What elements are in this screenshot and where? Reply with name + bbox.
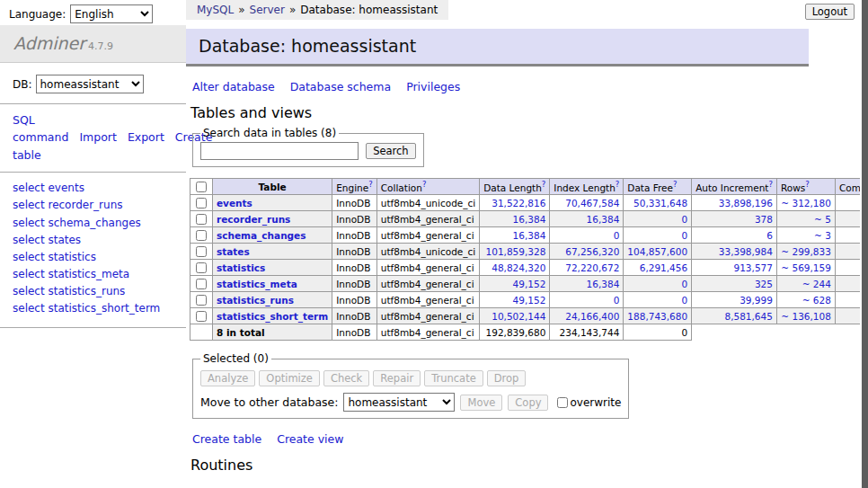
- search-input[interactable]: [200, 142, 359, 160]
- create-link-create-table[interactable]: Create table: [192, 432, 261, 446]
- db-nav-link-database-schema[interactable]: Database schema: [290, 80, 391, 93]
- selected-action-repair-button[interactable]: Repair: [373, 370, 421, 386]
- rows-link[interactable]: ~ 136,108: [781, 311, 831, 322]
- db-nav-link-privileges[interactable]: Privileges: [406, 80, 460, 93]
- row-select-schema-changes-checkbox[interactable]: [196, 230, 207, 241]
- db-select[interactable]: homeassistant: [36, 75, 144, 93]
- auto-increment-link[interactable]: 913,577: [734, 262, 773, 273]
- selected-action-check-button[interactable]: Check: [323, 370, 369, 386]
- data-free-link[interactable]: 0: [681, 295, 687, 306]
- row-select-statistics-checkbox[interactable]: [196, 262, 207, 273]
- row-select-statistics-short-term-checkbox[interactable]: [196, 311, 207, 322]
- move-button[interactable]: Move: [460, 395, 502, 411]
- index-length-link[interactable]: 0: [614, 295, 620, 306]
- data-length-link[interactable]: 101,859,328: [486, 246, 546, 257]
- auto-increment-link[interactable]: 33,398,984: [719, 246, 773, 257]
- help-link-index-length[interactable]: ?: [616, 180, 620, 189]
- data-length-link[interactable]: 31,522,816: [492, 198, 545, 209]
- sidebar-table-link-select-statistics[interactable]: select statistics: [13, 249, 173, 266]
- row-select-recorder-runs-checkbox[interactable]: [196, 214, 207, 225]
- data-free-link[interactable]: 50,331,648: [633, 198, 687, 209]
- table-link-statistics-short-term[interactable]: statistics_short_term: [217, 311, 328, 322]
- sidebar-action-import[interactable]: Import: [79, 130, 117, 144]
- db-nav-link-alter-database[interactable]: Alter database: [192, 80, 275, 93]
- selected-action-drop-button[interactable]: Drop: [487, 370, 527, 386]
- auto-increment-link[interactable]: 378: [755, 214, 773, 225]
- table-link-schema-changes[interactable]: schema_changes: [217, 230, 306, 241]
- create-link-create-view[interactable]: Create view: [277, 432, 343, 446]
- sidebar-table-link-select-schema-changes[interactable]: select schema_changes: [13, 215, 173, 232]
- data-length-link[interactable]: 49,152: [513, 279, 546, 289]
- table-link-states[interactable]: states: [217, 246, 250, 257]
- auto-increment-link[interactable]: 33,898,196: [719, 198, 773, 209]
- table-total-row: 8 in totalInnoDButf8mb4_general_ci192,83…: [190, 324, 868, 341]
- index-length-link[interactable]: 67,256,320: [565, 246, 619, 257]
- rows-link[interactable]: ~ 5: [814, 214, 831, 225]
- index-length-link[interactable]: 16,384: [587, 279, 620, 289]
- selected-action-analyze-button[interactable]: Analyze: [200, 370, 255, 386]
- index-length-link[interactable]: 0: [614, 230, 620, 241]
- rows-link[interactable]: ~ 628: [802, 295, 831, 306]
- table-link-statistics-runs[interactable]: statistics_runs: [217, 295, 294, 306]
- auto-increment-link[interactable]: 8,581,645: [724, 311, 772, 322]
- table-link-statistics-meta[interactable]: statistics_meta: [217, 279, 297, 289]
- sidebar-action-sql-command[interactable]: SQL command: [13, 113, 68, 144]
- language-select[interactable]: English: [70, 4, 153, 23]
- scrollbar-thumb[interactable]: [862, 0, 868, 488]
- rows-link[interactable]: ~ 312,180: [781, 198, 831, 209]
- auto-increment-link[interactable]: 39,999: [740, 295, 773, 306]
- scrollbar-track[interactable]: [860, 0, 868, 488]
- sidebar-table-link-select-recorder-runs[interactable]: select recorder_runs: [13, 197, 173, 214]
- auto-increment-link[interactable]: 325: [755, 279, 773, 289]
- data-free-link[interactable]: 0: [681, 230, 687, 241]
- search-button[interactable]: Search: [366, 143, 416, 159]
- sidebar-table-link-select-statistics-runs[interactable]: select statistics_runs: [13, 283, 173, 300]
- help-link-data-free[interactable]: ?: [673, 180, 678, 189]
- help-link-auto-increment[interactable]: ?: [768, 180, 773, 189]
- help-link-data-length[interactable]: ?: [542, 180, 546, 189]
- index-length-link[interactable]: 70,467,584: [565, 198, 619, 209]
- row-select-statistics-runs-checkbox[interactable]: [196, 295, 207, 306]
- table-link-recorder-runs[interactable]: recorder_runs: [217, 214, 290, 225]
- sidebar-table-link-select-events[interactable]: select events: [13, 180, 173, 197]
- data-length-cell: 16,384: [480, 211, 550, 227]
- select-all-checkbox[interactable]: [196, 182, 207, 192]
- copy-button[interactable]: Copy: [508, 395, 548, 411]
- sidebar-action-export[interactable]: Export: [128, 130, 164, 144]
- sidebar-table-link-select-statistics-meta[interactable]: select statistics_meta: [13, 266, 173, 283]
- sidebar-table-link-select-states[interactable]: select states: [13, 232, 173, 249]
- table-link-events[interactable]: events: [217, 198, 252, 209]
- selected-action-optimize-button[interactable]: Optimize: [259, 370, 320, 386]
- row-select-statistics-meta-checkbox[interactable]: [196, 279, 207, 289]
- move-database-select[interactable]: homeassistant: [343, 393, 455, 412]
- row-select-events-checkbox[interactable]: [196, 198, 207, 209]
- sidebar-table-link-select-statistics-short-term[interactable]: select statistics_short_term: [13, 300, 173, 317]
- help-link-rows[interactable]: ?: [805, 180, 810, 189]
- data-free-link[interactable]: 188,743,680: [627, 311, 687, 322]
- index-length-link[interactable]: 24,166,400: [565, 311, 619, 322]
- index-length-cell: 16,384: [550, 211, 624, 227]
- selected-action-truncate-button[interactable]: Truncate: [424, 370, 483, 386]
- auto-increment-link[interactable]: 6: [766, 230, 773, 241]
- help-link-engine[interactable]: ?: [368, 180, 373, 189]
- data-free-link[interactable]: 0: [681, 214, 687, 225]
- data-length-link[interactable]: 16,384: [513, 214, 546, 225]
- table-link-statistics[interactable]: statistics: [217, 262, 265, 273]
- data-free-link[interactable]: 0: [681, 279, 687, 289]
- data-free-link[interactable]: 104,857,600: [627, 246, 687, 257]
- data-free-link[interactable]: 6,291,456: [640, 262, 687, 273]
- data-length-link[interactable]: 49,152: [513, 295, 546, 306]
- index-length-link[interactable]: 72,220,672: [565, 262, 619, 273]
- rows-link[interactable]: ~ 569,159: [781, 262, 831, 273]
- index-length-link[interactable]: 16,384: [587, 214, 620, 225]
- rows-link[interactable]: ~ 244: [802, 279, 831, 289]
- rows-link[interactable]: ~ 3: [814, 230, 831, 241]
- row-select-states-checkbox[interactable]: [196, 246, 207, 257]
- logout-button[interactable]: Logout: [805, 4, 855, 20]
- rows-link[interactable]: ~ 299,833: [781, 246, 831, 257]
- data-length-link[interactable]: 16,384: [513, 230, 546, 241]
- data-length-link[interactable]: 10,502,144: [492, 311, 545, 322]
- help-link-collation[interactable]: ?: [422, 180, 427, 189]
- data-length-link[interactable]: 48,824,320: [492, 262, 545, 273]
- overwrite-checkbox[interactable]: [557, 397, 568, 408]
